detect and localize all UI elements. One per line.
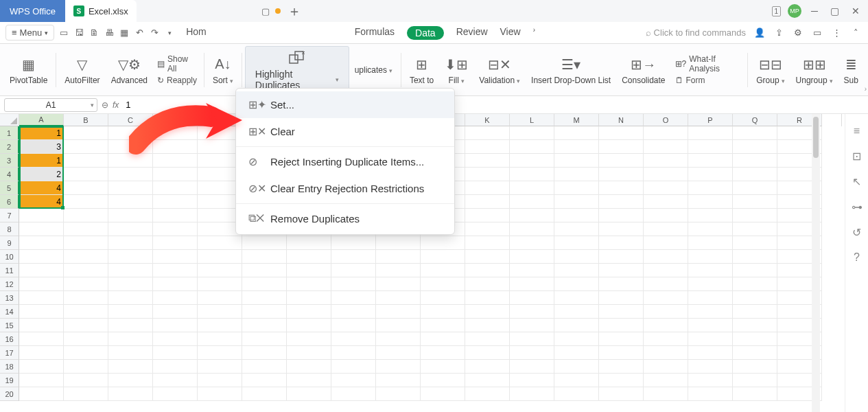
cell[interactable] <box>421 319 465 332</box>
cell[interactable] <box>510 195 554 209</box>
cell[interactable] <box>554 250 599 264</box>
cell[interactable] <box>242 374 287 387</box>
redo-icon[interactable]: ↷ <box>149 27 160 38</box>
cell[interactable] <box>421 264 465 277</box>
cell[interactable] <box>510 264 554 277</box>
cell[interactable] <box>376 387 421 401</box>
row-header[interactable]: 8 <box>0 222 19 236</box>
cell[interactable] <box>153 305 198 319</box>
row-header[interactable]: 7 <box>0 209 19 222</box>
cell[interactable] <box>733 332 777 346</box>
cell[interactable] <box>599 181 644 195</box>
cell[interactable] <box>688 181 733 195</box>
cell[interactable] <box>599 250 644 264</box>
cell[interactable] <box>19 305 64 319</box>
column-header[interactable]: P <box>688 114 733 126</box>
cell[interactable] <box>153 346 198 360</box>
cell[interactable] <box>599 374 644 387</box>
cell[interactable] <box>153 387 198 401</box>
cell[interactable] <box>733 277 777 291</box>
cell[interactable] <box>198 291 242 305</box>
new-tab-button[interactable]: ＋ <box>281 2 308 21</box>
cell[interactable] <box>376 250 421 264</box>
cell[interactable] <box>64 305 108 319</box>
cell[interactable] <box>287 360 331 374</box>
cell[interactable] <box>510 332 554 346</box>
show-all-button[interactable]: ▤Show All <box>157 54 197 73</box>
cell[interactable] <box>153 222 198 236</box>
cell[interactable] <box>198 250 242 264</box>
what-if-button[interactable]: ⊞?What-If Analysis <box>675 54 741 73</box>
cell[interactable] <box>198 236 242 250</box>
column-header[interactable]: B <box>64 114 108 126</box>
row-header[interactable]: 15 <box>0 319 19 332</box>
cell[interactable] <box>510 277 554 291</box>
cell[interactable] <box>599 154 644 168</box>
row-header[interactable]: 4 <box>0 168 19 181</box>
cell[interactable] <box>108 181 153 195</box>
cell[interactable] <box>198 346 242 360</box>
column-header[interactable]: M <box>554 114 599 126</box>
cell[interactable] <box>421 360 465 374</box>
row-header[interactable]: 17 <box>0 346 19 360</box>
cell[interactable] <box>421 346 465 360</box>
cell[interactable] <box>510 126 554 140</box>
column-header[interactable]: A <box>19 114 64 126</box>
cell[interactable] <box>599 305 644 319</box>
consolidate-button[interactable]: ⊞→ Consolidate <box>616 45 670 95</box>
cell[interactable] <box>242 305 287 319</box>
cell[interactable] <box>376 360 421 374</box>
cell[interactable] <box>64 374 108 387</box>
tab-view[interactable]: View <box>500 26 521 40</box>
highlight-duplicates-button[interactable]: Highlight Duplicates <box>245 46 349 94</box>
cell[interactable] <box>733 319 777 332</box>
reapply-button[interactable]: ↻Reapply <box>157 76 197 85</box>
cell[interactable] <box>644 374 688 387</box>
column-header[interactable]: N <box>599 114 644 126</box>
row-header[interactable]: 12 <box>0 277 19 291</box>
cell[interactable] <box>287 264 331 277</box>
cell[interactable] <box>331 277 376 291</box>
cell[interactable] <box>554 264 599 277</box>
print-preview-icon[interactable]: ▦ <box>119 27 130 38</box>
export-icon[interactable]: ⇪ <box>773 27 784 38</box>
validation-button[interactable]: ⊟✕ Validation <box>473 45 526 95</box>
form-button[interactable]: 🗒Form <box>675 76 741 85</box>
cell[interactable] <box>376 374 421 387</box>
cell[interactable] <box>733 305 777 319</box>
pivottable-button[interactable]: ▦ PivotTable <box>4 45 53 95</box>
cell[interactable] <box>465 222 510 236</box>
cell[interactable] <box>599 360 644 374</box>
cell[interactable] <box>331 291 376 305</box>
cell[interactable] <box>465 236 510 250</box>
cell[interactable] <box>599 140 644 154</box>
cell[interactable]: 3 <box>19 140 64 154</box>
cell[interactable] <box>242 332 287 346</box>
cell[interactable] <box>331 319 376 332</box>
cell[interactable] <box>510 250 554 264</box>
cell[interactable] <box>331 264 376 277</box>
cell[interactable] <box>64 264 108 277</box>
cell[interactable] <box>198 387 242 401</box>
cell[interactable] <box>108 236 153 250</box>
cell[interactable] <box>242 360 287 374</box>
subtotal-button[interactable]: ≣ Sub <box>838 45 864 95</box>
cell[interactable] <box>19 332 64 346</box>
cell[interactable] <box>733 250 777 264</box>
menu-set[interactable]: ⊞✦ Set... <box>236 91 454 118</box>
column-header[interactable]: K <box>465 114 510 126</box>
row-header[interactable]: 16 <box>0 332 19 346</box>
settings-icon[interactable]: ⚙ <box>793 27 804 38</box>
cell[interactable]: 1 <box>19 154 64 168</box>
cell[interactable] <box>688 291 733 305</box>
cell[interactable] <box>287 319 331 332</box>
cell[interactable] <box>465 209 510 222</box>
cell[interactable] <box>331 387 376 401</box>
cell[interactable] <box>153 181 198 195</box>
cell[interactable] <box>644 195 688 209</box>
cell[interactable] <box>465 126 510 140</box>
cell[interactable] <box>465 277 510 291</box>
cell[interactable] <box>108 305 153 319</box>
cell[interactable] <box>198 332 242 346</box>
tab-data[interactable]: Data <box>407 26 444 40</box>
